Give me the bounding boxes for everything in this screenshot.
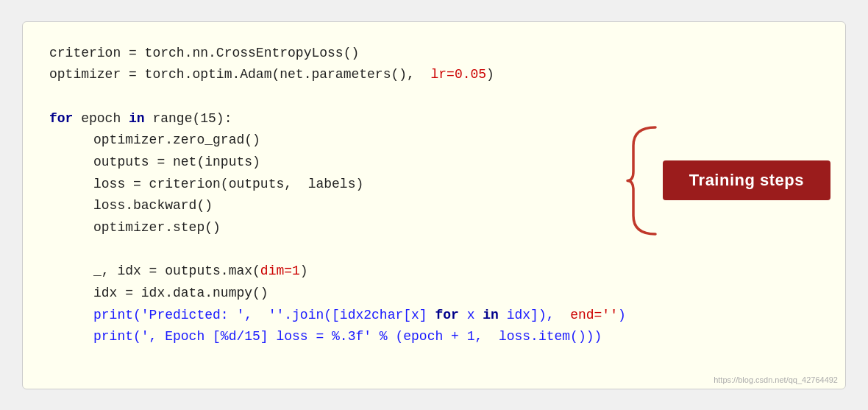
code-text: optimizer = torch.optim.Adam(net.paramet… <box>49 64 430 86</box>
keyword-for: for <box>49 108 73 130</box>
training-steps-label: Training steps <box>663 160 830 200</box>
code-text: outputs = net(inputs) <box>93 152 260 174</box>
code-text: loss = criterion(outputs, labels) <box>93 174 363 196</box>
code-text: loss.backward() <box>93 195 213 217</box>
code-card: criterion = torch.nn.CrossEntropyLoss() … <box>22 21 846 389</box>
keyword-in: in <box>129 108 145 130</box>
code-text-end: end='' <box>570 305 618 327</box>
blank-line-2 <box>49 239 819 261</box>
code-text-blue4: ) <box>618 305 626 327</box>
blank-line <box>49 86 819 108</box>
code-text: _, idx = outputs.max( <box>93 261 260 283</box>
code-text: idx = idx.data.numpy() <box>93 283 268 305</box>
code-text: ) <box>486 64 494 86</box>
code-line-9: _, idx = outputs.max(dim=1) <box>49 261 819 283</box>
code-text-blue3: idx]), <box>499 305 570 327</box>
code-text: optimizer.zero_grad() <box>93 130 260 152</box>
code-line-12: print(', Epoch [%d/15] loss = %.3f' % (e… <box>49 326 819 348</box>
code-text-blue5: print(', Epoch [%d/15] loss = %.3f' % (e… <box>93 326 602 348</box>
code-text: range(15): <box>145 108 232 130</box>
code-text-blue: print('Predicted: ', ''.join([idx2char[x… <box>93 305 435 327</box>
code-text: epoch <box>73 108 129 130</box>
code-line-2: optimizer = torch.optim.Adam(net.paramet… <box>49 64 819 86</box>
code-text: optimizer.step() <box>93 217 221 239</box>
code-line-1: criterion = torch.nn.CrossEntropyLoss() <box>49 43 819 65</box>
code-text-param: dim=1 <box>260 261 300 283</box>
code-text: criterion = torch.nn.CrossEntropyLoss() <box>49 43 359 65</box>
code-line-11: print('Predicted: ', ''.join([idx2char[x… <box>49 305 819 327</box>
keyword-for2: for <box>435 305 458 327</box>
watermark: https://blog.csdn.net/qq_42764492 <box>714 375 838 384</box>
annotation-area: Training steps <box>626 124 830 238</box>
code-text: ) <box>300 261 308 283</box>
brace-svg <box>626 124 663 238</box>
code-line-10: idx = idx.data.numpy() <box>49 283 819 305</box>
code-text-param: lr=0.05 <box>430 64 486 86</box>
code-text-blue2: x <box>459 305 483 327</box>
keyword-in2: in <box>483 305 499 327</box>
